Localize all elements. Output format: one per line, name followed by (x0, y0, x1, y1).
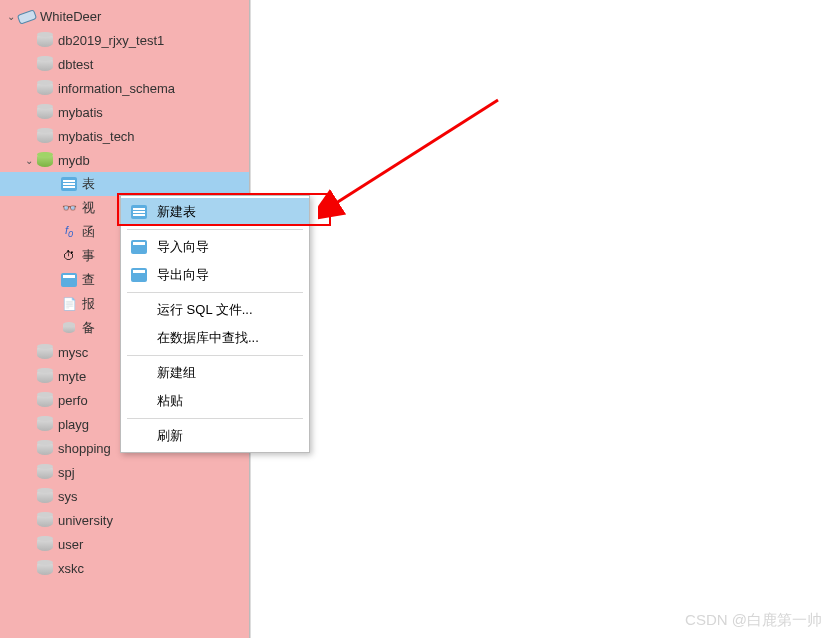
database-icon (36, 31, 54, 49)
backups-icon (60, 319, 78, 337)
menu-new-group[interactable]: 新建组 (121, 359, 309, 387)
db-node-xskc[interactable]: xskc (0, 556, 249, 580)
menu-import-wizard[interactable]: 导入向导 (121, 233, 309, 261)
context-menu[interactable]: 新建表 导入向导 导出向导 运行 SQL 文件... 在数据库中查找... 新建… (120, 195, 310, 453)
connection-icon (18, 7, 36, 25)
functions-icon: f0 (60, 223, 78, 241)
database-icon (36, 343, 54, 361)
reports-icon: 📄 (60, 295, 78, 313)
expand-arrow-icon: ⌄ (4, 11, 18, 22)
database-icon (36, 463, 54, 481)
database-icon (36, 367, 54, 385)
database-icon (36, 127, 54, 145)
db-node-dbtest[interactable]: dbtest (0, 52, 249, 76)
db-node-mybatis-tech[interactable]: mybatis_tech (0, 124, 249, 148)
db-node-user[interactable]: user (0, 532, 249, 556)
db-node-mydb[interactable]: ⌄ mydb (0, 148, 249, 172)
new-table-icon (129, 203, 149, 221)
db-node-spj[interactable]: spj (0, 460, 249, 484)
menu-run-sql[interactable]: 运行 SQL 文件... (121, 296, 309, 324)
db-node-university[interactable]: university (0, 508, 249, 532)
database-icon (36, 103, 54, 121)
menu-separator (127, 355, 303, 356)
menu-refresh[interactable]: 刷新 (121, 422, 309, 450)
menu-separator (127, 418, 303, 419)
expand-arrow-icon: ⌄ (22, 155, 36, 166)
database-icon (36, 391, 54, 409)
database-icon (36, 55, 54, 73)
database-icon (36, 511, 54, 529)
content-area (250, 0, 832, 638)
menu-separator (127, 292, 303, 293)
menu-separator (127, 229, 303, 230)
db-node-information-schema[interactable]: information_schema (0, 76, 249, 100)
database-icon (36, 439, 54, 457)
views-icon: 👓 (60, 199, 78, 217)
database-icon (36, 415, 54, 433)
queries-icon (60, 271, 78, 289)
watermark: CSDN @白鹿第一帅 (685, 611, 822, 630)
connection-node[interactable]: ⌄ WhiteDeer (0, 4, 249, 28)
database-open-icon (36, 151, 54, 169)
database-icon (36, 487, 54, 505)
database-icon (36, 79, 54, 97)
db-node-mybatis[interactable]: mybatis (0, 100, 249, 124)
export-icon (129, 266, 149, 284)
events-icon: ⏱ (60, 247, 78, 265)
menu-find-in-db[interactable]: 在数据库中查找... (121, 324, 309, 352)
import-icon (129, 238, 149, 256)
db-node-sys[interactable]: sys (0, 484, 249, 508)
connection-label: WhiteDeer (40, 9, 101, 24)
database-icon (36, 559, 54, 577)
tables-icon (60, 175, 78, 193)
menu-export-wizard[interactable]: 导出向导 (121, 261, 309, 289)
menu-new-table[interactable]: 新建表 (121, 198, 309, 226)
db-node-db2019[interactable]: db2019_rjxy_test1 (0, 28, 249, 52)
database-icon (36, 535, 54, 553)
tables-node[interactable]: 表 (0, 172, 249, 196)
menu-paste[interactable]: 粘贴 (121, 387, 309, 415)
